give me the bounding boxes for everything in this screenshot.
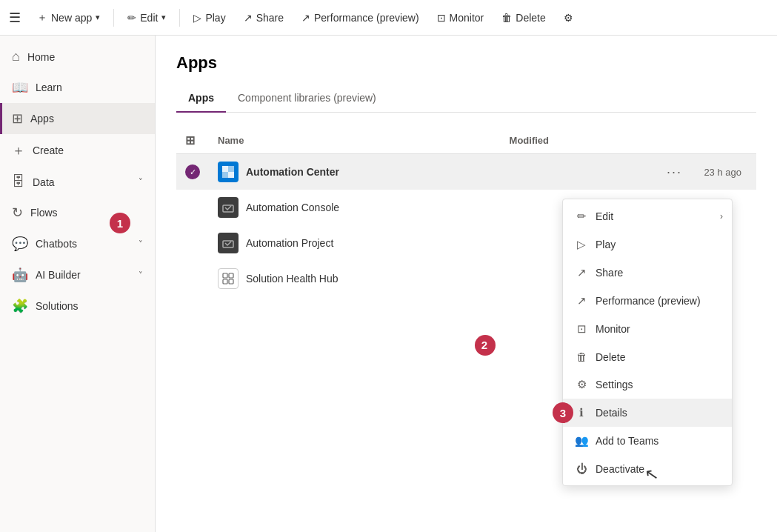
context-menu-delete[interactable]: 🗑 Delete: [563, 343, 732, 370]
monitor-button[interactable]: ⊡ Monitor: [430, 7, 492, 28]
delete-icon: 🗑: [575, 350, 588, 363]
context-menu-play[interactable]: ▷ Play: [563, 230, 732, 259]
app-name: Solution Health Hub: [246, 273, 339, 285]
new-app-button[interactable]: ＋ New app ▾: [30, 7, 107, 29]
name-column-header: Name: [209, 127, 402, 154]
data-icon: 🗄: [12, 174, 25, 190]
settings-icon: ⚙: [575, 378, 588, 391]
table-row[interactable]: ✓ Automatio: [176, 154, 756, 190]
play-button[interactable]: ▷ Play: [186, 7, 233, 28]
ai-builder-icon: 🤖: [12, 267, 28, 283]
edit-icon: ✏: [127, 12, 136, 24]
context-menu-edit[interactable]: ✏ Edit ›: [563, 202, 732, 230]
svg-rect-6: [223, 273, 227, 278]
selected-check: ✓: [185, 164, 200, 179]
svg-rect-2: [222, 172, 228, 178]
ellipsis-button[interactable]: ··· 2: [661, 163, 688, 182]
main-layout: ⌂ Home 📖 Learn ⊞ Apps 1 ＋ Create 🗄 Data …: [0, 36, 777, 532]
chevron-down-icon: ˅: [139, 239, 143, 249]
context-menu-add-to-teams[interactable]: 👥 Add to Teams: [563, 427, 732, 455]
context-menu-details[interactable]: ℹ Details 3: [563, 399, 732, 427]
sidebar-item-ai-builder[interactable]: 🤖 AI Builder ˅: [0, 259, 155, 290]
divider: [113, 9, 114, 27]
share-button[interactable]: ↗ Share: [236, 7, 291, 28]
context-menu: ✏ Edit › ▷ Play ↗ Share ↗ Performance (p…: [562, 199, 733, 486]
edit-icon: ✏: [575, 210, 588, 223]
delete-button[interactable]: 🗑 Delete: [494, 7, 553, 28]
sidebar-item-apps[interactable]: ⊞ Apps 1: [0, 103, 155, 134]
toolbar: ☰ ＋ New app ▾ ✏ Edit ▾ ▷ Play ↗ Share ↗ …: [0, 0, 777, 36]
table-sort-icon: ⊞: [185, 134, 195, 147]
app-name: Automation Console: [246, 202, 339, 213]
monitor-icon: ⊡: [437, 12, 446, 24]
sidebar-item-home[interactable]: ⌂ Home: [0, 41, 155, 72]
tab-apps[interactable]: Apps: [176, 84, 226, 113]
solutions-icon: 🧩: [12, 298, 28, 314]
chevron-down-icon: ˅: [139, 270, 143, 280]
caret-down-icon: ▾: [96, 13, 100, 22]
sidebar: ⌂ Home 📖 Learn ⊞ Apps 1 ＋ Create 🗄 Data …: [0, 36, 156, 532]
settings-button[interactable]: ⚙: [556, 7, 581, 28]
context-menu-performance[interactable]: ↗ Performance (preview): [563, 287, 732, 315]
sidebar-item-solutions[interactable]: 🧩 Solutions: [0, 290, 155, 322]
monitor-icon: ⊡: [575, 322, 588, 336]
tabs: Apps Component libraries (preview): [176, 84, 756, 113]
performance-button[interactable]: ↗ Performance (preview): [294, 7, 427, 28]
content-area: Apps Apps Component libraries (preview) …: [156, 36, 777, 532]
caret-down-icon: ▾: [161, 13, 166, 22]
app-name: Automation Center: [246, 166, 339, 178]
play-icon: ▷: [193, 12, 201, 24]
arrow-right-icon: ›: [720, 211, 723, 222]
chatbots-icon: 💬: [12, 236, 28, 252]
step-badge-2: 2: [475, 335, 496, 356]
step-badge-3: 3: [553, 402, 573, 423]
tab-component-libraries[interactable]: Component libraries (preview): [226, 84, 388, 113]
svg-rect-3: [228, 172, 234, 178]
apps-icon: ⊞: [12, 110, 23, 127]
info-icon: ℹ: [575, 406, 588, 419]
sidebar-item-flows[interactable]: ↻ Flows: [0, 197, 155, 228]
sidebar-item-chatbots[interactable]: 💬 Chatbots ˅: [0, 228, 155, 259]
svg-rect-0: [222, 166, 228, 172]
divider: [179, 9, 180, 27]
svg-rect-8: [223, 279, 227, 284]
play-icon: ▷: [575, 238, 588, 251]
create-icon: ＋: [12, 142, 25, 159]
svg-rect-1: [228, 166, 234, 172]
app-name: Automation Project: [246, 237, 333, 249]
step-badge-1: 1: [110, 213, 130, 233]
sidebar-item-learn[interactable]: 📖 Learn: [0, 72, 155, 103]
chevron-down-icon: ˅: [139, 177, 143, 187]
chart-icon: ↗: [301, 12, 310, 24]
app-icon-solution-health: [218, 268, 239, 289]
share-icon: ↗: [575, 266, 588, 279]
settings-icon: ⚙: [564, 12, 573, 24]
edit-button[interactable]: ✏ Edit ▾: [120, 7, 173, 28]
sidebar-item-create[interactable]: ＋ Create: [0, 134, 155, 167]
home-icon: ⌂: [12, 49, 20, 64]
flows-icon: ↻: [12, 205, 23, 221]
sidebar-item-data[interactable]: 🗄 Data ˅: [0, 167, 155, 197]
teams-icon: 👥: [575, 434, 588, 448]
modified-column-header: Modified: [402, 127, 756, 154]
learn-icon: 📖: [12, 79, 28, 96]
context-menu-settings[interactable]: ⚙ Settings: [563, 370, 732, 399]
svg-rect-7: [229, 273, 233, 278]
delete-icon: 🗑: [501, 12, 512, 24]
plus-icon: ＋: [37, 11, 47, 24]
power-icon: ⏻: [575, 462, 588, 475]
share-icon: ↗: [244, 12, 253, 24]
modified-time: 23 h ago: [697, 167, 741, 178]
chart-icon: ↗: [575, 294, 588, 307]
app-icon-automation-project: [218, 233, 239, 253]
app-icon-automation-center: [218, 162, 239, 182]
context-menu-monitor[interactable]: ⊡ Monitor: [563, 315, 732, 343]
hamburger-menu[interactable]: ☰: [9, 10, 21, 26]
svg-rect-9: [229, 279, 233, 284]
app-icon-automation-console: [218, 197, 239, 218]
context-menu-share[interactable]: ↗ Share: [563, 259, 732, 287]
page-title: Apps: [176, 53, 756, 73]
